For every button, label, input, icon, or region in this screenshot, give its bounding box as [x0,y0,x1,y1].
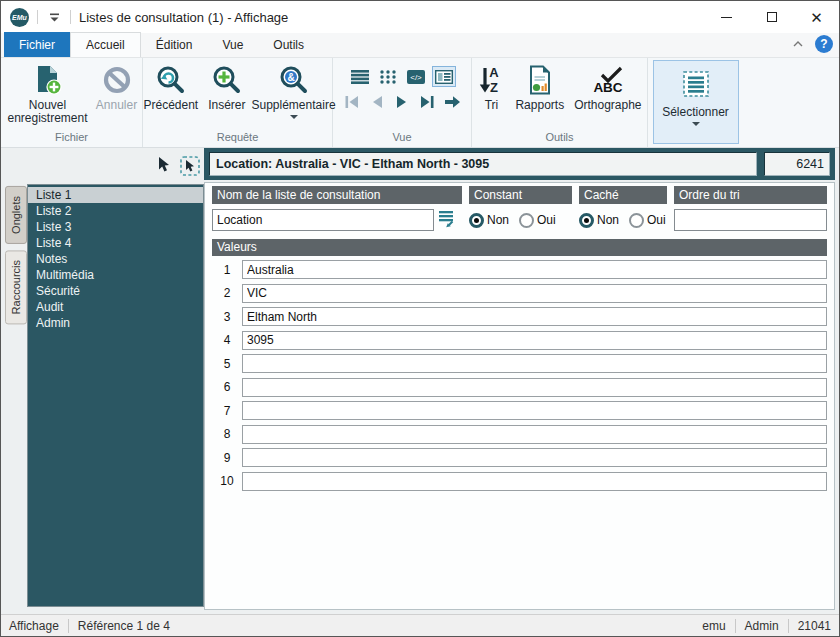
grid-view-icon[interactable] [376,66,400,87]
close-button[interactable]: ✕ [794,1,839,33]
record-summary: Location: Australia - VIC - Eltham North… [209,152,757,176]
cancel-icon [102,63,132,97]
sort-order-input[interactable] [674,209,827,231]
status-record-id: 21041 [798,619,831,633]
side-tab-onglets[interactable]: Onglets [5,186,27,244]
next-record-icon[interactable] [392,93,413,111]
goto-record-icon[interactable] [442,93,463,111]
sidebar-item[interactable]: Notes [28,251,203,267]
collapse-ribbon-icon[interactable] [790,36,806,52]
previous-search-icon [155,63,187,97]
dropdown-arrow-icon [290,115,298,119]
pointer-tool-icon[interactable] [156,156,171,177]
group-label-vue: Vue [336,130,468,147]
form-panel: Nom de la liste de consultation Constant… [204,182,835,610]
code-view-icon[interactable]: </> [404,66,428,87]
ribbon-group-fichier: Nouvel enregistrement Annuler Fichier [1,58,143,147]
ribbon-tab-row: Fichier Accueil Édition Vue Outils ? [1,33,839,58]
value-row-number: 4 [212,333,242,347]
values-list: 1 2 3 [212,260,827,491]
name-column-header: Nom de la liste de consultation [212,186,462,204]
titlebar-separator [70,10,71,24]
title-bar: EMu Listes de consultation (1) - Afficha… [1,1,839,33]
lookup-list-icon[interactable] [438,209,456,232]
additional-query-button[interactable]: & Supplémentaire [252,60,336,119]
sidebar-item[interactable]: Audit [28,299,203,315]
list-name-input[interactable] [212,209,434,231]
svg-text:A: A [490,65,500,80]
select-pointer-tool-icon[interactable] [180,156,200,180]
list-view-icon[interactable] [348,66,372,87]
sidebar-item[interactable]: Admin [28,315,203,331]
sort-az-icon: AZ [477,63,505,97]
tab-vue[interactable]: Vue [207,32,258,57]
value-row: 3 [212,307,827,326]
value-row: 7 [212,401,827,420]
tab-accueil[interactable]: Accueil [70,32,141,57]
ribbon-group-outils: AZ Tri Rapports ABC Orthographe [472,58,648,147]
constant-oui-radio[interactable] [519,213,534,228]
insert-search-icon [211,63,243,97]
group-label-fichier: Fichier [4,130,139,147]
sidebar-item[interactable]: Multimédia [28,267,203,283]
value-row-number: 5 [212,357,242,371]
status-bar: Affichage Référence 1 de 4 emu Admin 210… [1,614,839,636]
value-input[interactable] [242,307,827,326]
value-input[interactable] [242,260,827,279]
sidebar-item[interactable]: Liste 1 [28,187,203,203]
constant-non-radio[interactable] [469,213,484,228]
hidden-oui-radio[interactable] [629,213,644,228]
sidebar-item[interactable]: Liste 4 [28,235,203,251]
dropdown-arrow-icon [692,122,700,126]
value-input[interactable] [242,425,827,444]
cancel-button[interactable]: Annuler [94,60,140,112]
value-row-number: 1 [212,263,242,277]
spellcheck-button[interactable]: ABC Orthographe [570,60,645,112]
tab-fichier[interactable]: Fichier [4,32,70,57]
value-input[interactable] [242,331,827,350]
details-view-icon[interactable] [432,66,456,87]
sidebar-item[interactable]: Liste 3 [28,219,203,235]
side-tab-raccourcis[interactable]: Raccourcis [5,250,27,324]
new-record-button[interactable]: Nouvel enregistrement [3,60,91,125]
value-input[interactable] [242,284,827,303]
value-input[interactable] [242,448,827,467]
sidebar-item[interactable]: Sécurité [28,283,203,299]
value-row-number: 2 [212,286,242,300]
tab-edition[interactable]: Édition [141,32,208,57]
insert-button[interactable]: Insérer [204,60,249,112]
value-row-number: 8 [212,427,242,441]
previous-query-button[interactable]: Précédent [139,60,202,112]
status-user: emu [702,619,725,633]
record-number: 6241 [764,152,830,176]
pointer-toolbar [1,148,204,184]
sort-order-column-header: Ordre du tri [674,186,827,204]
constant-column-header: Constant [469,186,572,204]
value-input[interactable] [242,378,827,397]
sidebar-item[interactable]: Liste 2 [28,203,203,219]
maximize-button[interactable] [749,1,794,33]
first-record-icon[interactable] [342,93,363,111]
quick-access-dropdown-icon[interactable] [46,9,62,25]
tab-outils[interactable]: Outils [258,32,319,57]
value-input[interactable] [242,472,827,491]
reports-button[interactable]: Rapports [511,60,568,112]
value-input[interactable] [242,354,827,373]
status-reference: Référence 1 de 4 [78,619,170,633]
minimize-button[interactable] [704,1,749,33]
value-row: 6 [212,378,827,397]
last-record-icon[interactable] [417,93,438,111]
value-row-number: 6 [212,380,242,394]
help-button[interactable]: ? [815,35,833,53]
spellcheck-abc-icon: ABC [591,63,625,97]
select-records-icon [682,64,710,104]
previous-record-icon[interactable] [367,93,388,111]
hidden-column-header: Caché [579,186,667,204]
value-input[interactable] [242,401,827,420]
new-record-icon [34,63,62,97]
select-button[interactable]: Sélectionner [653,60,739,144]
ribbon-group-requete: Précédent Insérer & Supplémentaire Requê… [143,58,333,147]
side-tab-strip: Onglets Raccourcis [1,184,27,607]
hidden-non-radio[interactable] [579,213,594,228]
sort-button[interactable]: AZ Tri [473,60,509,112]
